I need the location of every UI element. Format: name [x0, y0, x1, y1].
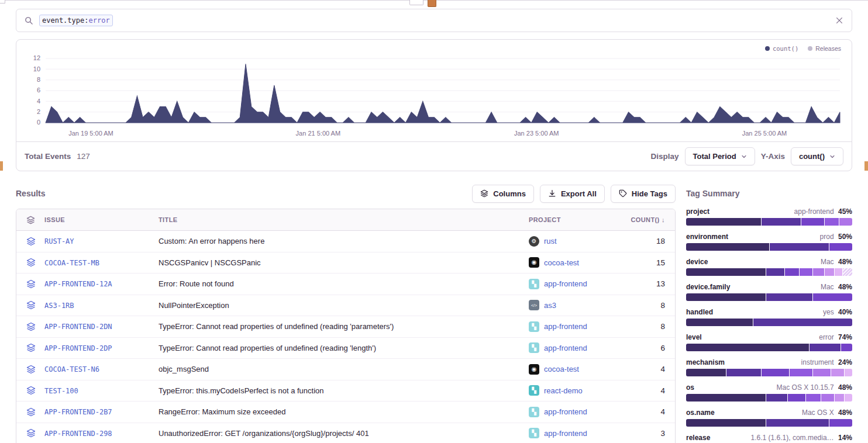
project-name-link[interactable]: app-frontend [544, 344, 587, 352]
project-name-link[interactable]: app-frontend [544, 322, 587, 331]
tag-bar-segment[interactable] [839, 218, 852, 226]
tag-bar-segment[interactable] [769, 243, 829, 251]
tag-bar-segment[interactable] [812, 369, 831, 376]
tag-bar-segment[interactable] [799, 268, 812, 276]
tag-bar-segment[interactable] [841, 344, 852, 351]
project-name-link[interactable]: as3 [544, 301, 556, 310]
project-name-link[interactable]: cocoa-test [544, 258, 579, 267]
tag-bar-segment[interactable] [787, 394, 805, 402]
tag-bar-segment[interactable] [766, 293, 812, 301]
tag-bar-segment[interactable] [834, 268, 842, 276]
export-all-button[interactable]: Export All [540, 185, 605, 203]
tag-bar-segment[interactable] [686, 394, 766, 402]
tag-bar-segment[interactable] [761, 369, 789, 376]
yaxis-dropdown[interactable]: count() [791, 147, 843, 165]
tag-bar-segment[interactable] [842, 268, 852, 276]
issue-stack-icon [26, 322, 36, 331]
tag-bar-segment[interactable] [766, 394, 787, 402]
tag-bar-segment[interactable] [831, 369, 844, 376]
tag-bar-segment[interactable] [789, 369, 812, 376]
issue-stack-icon [26, 300, 36, 310]
project-name-link[interactable]: app-frontend [544, 279, 587, 288]
tag-bar-segment[interactable] [686, 293, 766, 301]
issue-id-link[interactable]: APP-FRONTEND-12A [44, 280, 112, 288]
tag-bar-segment[interactable] [844, 394, 852, 402]
tag-bar[interactable] [686, 419, 852, 427]
tag-bar-segment[interactable] [686, 243, 769, 251]
events-chart-card: count() Releases 024681012Jan 19 5:00 AM… [16, 39, 852, 171]
svg-text:4: 4 [37, 98, 40, 105]
tag-bar-segment[interactable] [784, 268, 800, 276]
tag-bar-segment[interactable] [761, 218, 801, 226]
search-query-token[interactable]: event.type:error [39, 15, 113, 26]
tag-bar-segment[interactable] [829, 243, 852, 251]
project-name-link[interactable]: app-frontend [544, 407, 587, 416]
tag-bar-segment[interactable] [824, 268, 834, 276]
issue-id-link[interactable]: RUST-AY [44, 237, 74, 245]
tag-bar-segment[interactable] [805, 394, 821, 402]
issue-id-link[interactable]: COCOA-TEST-N6 [44, 365, 99, 373]
tag-bar[interactable] [686, 394, 852, 402]
tag-bar-segment[interactable] [686, 218, 761, 226]
tag-bar-segment[interactable] [812, 293, 852, 301]
project-icon: ⚙ [529, 236, 539, 247]
project-name-link[interactable]: app-frontend [544, 429, 587, 438]
tag-value: instrument [801, 358, 836, 366]
tag-bar-segment[interactable] [801, 218, 824, 226]
issue-id-link[interactable]: APP-FRONTEND-298 [44, 430, 112, 438]
count-legend-dot [765, 46, 770, 51]
columns-button[interactable]: Columns [472, 185, 534, 203]
issue-id-link[interactable]: COCOA-TEST-MB [44, 259, 99, 267]
tag-bar-segment[interactable] [766, 268, 784, 276]
project-name-link[interactable]: cocoa-test [544, 365, 579, 373]
tag-bar-segment[interactable] [686, 419, 766, 427]
tag-value: app-frontend [794, 207, 836, 216]
hide-tags-button[interactable]: Hide Tags [611, 185, 676, 203]
issue-id-link[interactable]: APP-FRONTEND-2B7 [44, 408, 112, 416]
tag-summary-item: handled yes 40% [686, 308, 852, 326]
tag-bar-segment[interactable] [821, 394, 834, 402]
project-name-link[interactable]: react-demo [544, 386, 583, 395]
results-title: Results [16, 189, 46, 198]
tag-bar-segment[interactable] [812, 268, 824, 276]
tag-bar[interactable] [686, 268, 852, 276]
column-header-count[interactable]: COUNT() ↓ [625, 216, 675, 223]
search-input[interactable]: event.type:error [16, 9, 852, 32]
legend-item-count[interactable]: count() [765, 45, 798, 52]
screen-artifact [428, 0, 436, 7]
tag-bar-segment[interactable] [766, 419, 829, 427]
tag-bar-segment[interactable] [686, 344, 809, 351]
tag-bar[interactable] [686, 243, 852, 251]
svg-text:Jan 25 5:00 AM: Jan 25 5:00 AM [742, 130, 787, 137]
hide-tags-button-label: Hide Tags [632, 189, 667, 198]
issue-id-link[interactable]: TEST-100 [44, 387, 78, 395]
issue-id-link[interactable]: AS3-1RB [44, 302, 74, 310]
tag-bar-segment[interactable] [809, 344, 841, 351]
tag-bar-segment[interactable] [686, 319, 753, 326]
tag-bar-segment[interactable] [824, 218, 839, 226]
clear-search-icon[interactable] [835, 16, 843, 25]
project-name-link[interactable]: rust [544, 237, 557, 245]
column-header-issue[interactable]: ISSUE [44, 216, 159, 223]
project-icon: ◉ [529, 364, 539, 375]
tag-bar-segment[interactable] [829, 419, 852, 427]
tag-bar-segment[interactable] [686, 369, 726, 376]
tag-bar[interactable] [686, 293, 852, 301]
tag-bar-segment[interactable] [686, 268, 766, 276]
column-header-project[interactable]: PROJECT [529, 216, 625, 223]
display-dropdown[interactable]: Total Period [685, 147, 755, 165]
issue-id-link[interactable]: APP-FRONTEND-2DN [44, 323, 112, 331]
legend-item-releases[interactable]: Releases [808, 45, 841, 52]
tag-bar[interactable] [686, 344, 852, 351]
tag-bar[interactable] [686, 218, 852, 226]
tag-bar[interactable] [686, 369, 852, 376]
table-row: APP-FRONTEND-2B7 RangeError: Maximum siz… [16, 402, 675, 423]
tag-bar-segment[interactable] [844, 369, 852, 376]
tag-bar-segment[interactable] [753, 319, 852, 326]
tag-bar-segment[interactable] [834, 394, 844, 402]
events-chart[interactable]: 024681012Jan 19 5:00 AMJan 21 5:00 AMJan… [25, 54, 843, 141]
tag-bar[interactable] [686, 319, 852, 326]
issue-id-link[interactable]: APP-FRONTEND-2DP [44, 344, 112, 352]
column-header-title[interactable]: TITLE [159, 216, 529, 223]
tag-bar-segment[interactable] [726, 369, 761, 376]
